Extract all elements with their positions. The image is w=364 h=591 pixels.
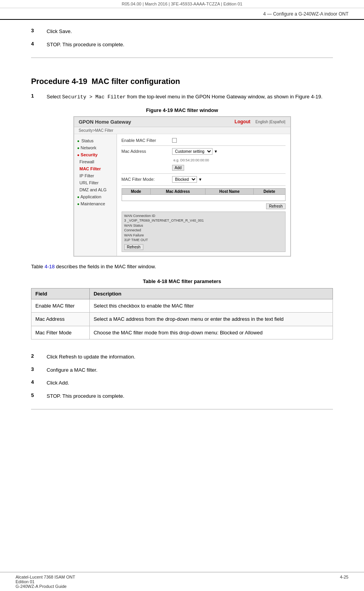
step-after-4-number: 4 xyxy=(31,379,47,385)
gw-main: Enable MAC Filter Mac Address Customer s… xyxy=(117,134,290,256)
sidebar-maintenance[interactable]: ● Maintenance xyxy=(74,200,117,207)
gw-topbar: GPON Home Gateway Logout English |Españo… xyxy=(74,117,290,127)
table-row: Mac Filter ModeChoose the MAC filter mod… xyxy=(31,326,333,339)
status-refresh-btn-container: Refresh xyxy=(124,244,283,250)
procedure-label: Procedure xyxy=(31,77,71,86)
step-after-4-text: Click Add. xyxy=(47,379,333,387)
field-cell: Mac Filter Mode xyxy=(31,326,90,339)
mac-hint-text: e.g. D0:54:20:00:00:00 xyxy=(172,157,209,162)
step-3-text: Click Save. xyxy=(47,28,333,35)
footer-edition: Edition 01 xyxy=(16,579,75,584)
mac-add-row: Add xyxy=(122,165,286,171)
field-divider-1 xyxy=(122,145,286,146)
mac-add-control: Add xyxy=(172,165,185,171)
step-4-text: STOP. This procedure is complete. xyxy=(47,41,333,49)
status-box: WAN Connection ID 3 _VOIP_TR069_INTERNET… xyxy=(122,212,286,252)
mac-address-select[interactable]: Customer setting xyxy=(172,148,212,155)
sidebar-security[interactable]: ● Security xyxy=(74,151,117,158)
section-divider-1 xyxy=(31,58,333,58)
step-after-5-number: 5 xyxy=(31,392,47,398)
gw-topbar-right: Logout English |Español| xyxy=(235,119,286,124)
field-cell: Enable MAC filter xyxy=(31,299,90,313)
table-row: Mac AddressSelect a MAC address from the… xyxy=(31,313,333,326)
step-after-3-block: 3Configure a MAC filter. xyxy=(31,366,333,374)
content-area: 3 Click Save. 4 STOP. This procedure is … xyxy=(0,28,364,409)
sidebar-mac-filter[interactable]: MAC Filter xyxy=(74,165,117,172)
sidebar-network[interactable]: ● Network xyxy=(74,144,117,151)
gw-window: GPON Home Gateway Logout English |Españo… xyxy=(74,117,291,257)
table-header-delete: Delete xyxy=(254,188,286,194)
page-footer: Alcatel-Lucent 7368 ISAM ONT Edition 01 … xyxy=(0,572,364,591)
gw-sidebar: ● Status ● Network ● Security Firewall M… xyxy=(74,134,117,256)
gw-lang[interactable]: English |Español| xyxy=(256,120,286,124)
step-after-4-block: 4Click Add. xyxy=(31,379,333,387)
mac-address-label: Mac Address xyxy=(122,149,172,154)
filter-mode-select[interactable]: Blocked xyxy=(172,176,197,183)
procedure-number: 4-19 xyxy=(71,77,87,86)
enable-mac-label: Enable MAC Filter xyxy=(122,138,172,143)
table-divider xyxy=(122,185,286,186)
enable-mac-control xyxy=(172,138,177,143)
sidebar-application[interactable]: ● Application xyxy=(74,193,117,200)
step-after-3-number: 3 xyxy=(31,366,47,372)
add-button[interactable]: Add xyxy=(172,165,185,171)
step-after-2-block: 2Click Refresh to update the information… xyxy=(31,353,333,361)
step-after-3-text: Configure a MAC filter. xyxy=(47,366,333,374)
step-after-5-text: STOP. This procedure is complete. xyxy=(47,392,333,400)
section-divider-2 xyxy=(31,409,333,409)
step-after-2-text: Click Refresh to update the information. xyxy=(47,353,333,361)
refresh-row: Refresh xyxy=(122,203,286,209)
status-line-1: WAN Connection ID xyxy=(124,213,283,219)
step-3-block: 3 Click Save. xyxy=(31,28,333,35)
step-1-block: 1 Select Security > Mac Filter from the … xyxy=(31,93,333,101)
status-line-5: WAN Failure xyxy=(124,233,283,238)
description-cell: Select this checkbox to enable the MAC f… xyxy=(89,299,333,313)
table-header-row: Field Description xyxy=(31,288,333,299)
procedure-heading: Procedure 4-19 MAC filter configuration xyxy=(31,77,333,86)
gw-title: GPON Home Gateway xyxy=(79,119,131,125)
figure-caption: Figure 4-19 MAC filter window xyxy=(31,107,333,113)
col-description: Description xyxy=(89,288,333,299)
status-line-2: 3 _VOIP_TR069_INTERNET_OTHER_R_V40_001 xyxy=(124,218,283,223)
table-ref-text: Table 4-18 describes the fields in the M… xyxy=(31,263,333,271)
table-header-mac: Mac Address xyxy=(150,188,206,194)
step-4-number: 4 xyxy=(31,41,47,47)
mac-hint-row: e.g. D0:54:20:00:00:00 xyxy=(122,157,286,162)
dropdown-icon: ▼ xyxy=(214,149,218,154)
bullet-maintenance: ● xyxy=(77,202,80,206)
enable-mac-checkbox[interactable] xyxy=(172,138,177,143)
gw-body: ● Status ● Network ● Security Firewall M… xyxy=(74,134,290,256)
bullet-application: ● xyxy=(77,195,80,199)
sidebar-firewall[interactable]: Firewall xyxy=(74,158,117,165)
bullet-status: ● xyxy=(77,139,80,143)
table-caption: Table 4-18 MAC filter parameters xyxy=(31,278,333,284)
sidebar-url-filter[interactable]: URL Filter xyxy=(74,179,117,186)
mac-filter-table: Mode Mac Address Host Name Delete xyxy=(122,188,286,201)
status-line-6: 31P TIME OUT xyxy=(124,238,283,243)
refresh-button[interactable]: Refresh xyxy=(266,203,285,209)
sidebar-status[interactable]: ● Status xyxy=(74,137,117,144)
step-4-block: 4 STOP. This procedure is complete. xyxy=(31,41,333,49)
sidebar-dmz-alg[interactable]: DMZ and ALG xyxy=(74,186,117,193)
gw-breadcrumb: Security>MAC Filter xyxy=(74,127,290,134)
status-line-4: Connected xyxy=(124,228,283,233)
dropdown-icon-2: ▼ xyxy=(199,177,202,182)
figure-mac-filter: GPON Home Gateway Logout English |Españo… xyxy=(73,116,291,257)
gw-logout[interactable]: Logout xyxy=(235,119,251,124)
step-after-2-number: 2 xyxy=(31,353,47,359)
mac-address-control: Customer setting ▼ xyxy=(172,148,218,155)
bullet-network: ● xyxy=(77,146,80,150)
filter-mode-control: Blocked ▼ xyxy=(172,176,202,183)
table-ref-link[interactable]: 4-18 xyxy=(45,264,55,269)
col-field: Field xyxy=(31,288,90,299)
chapter-header: 4 — Configure a G-240WZ-A indoor ONT xyxy=(0,8,364,20)
field-cell: Mac Address xyxy=(31,313,90,326)
sidebar-ip-filter[interactable]: IP Filter xyxy=(74,172,117,179)
description-cell: Select a MAC address from the drop-down … xyxy=(89,313,333,326)
step-after-5-block: 5STOP. This procedure is complete. xyxy=(31,392,333,400)
mac-address-row: Mac Address Customer setting ▼ xyxy=(122,148,286,155)
status-refresh-button[interactable]: Refresh xyxy=(124,244,143,250)
mac-hint: e.g. D0:54:20:00:00:00 xyxy=(174,158,209,162)
chapter-header-text: 4 — Configure a G-240WZ-A indoor ONT xyxy=(263,11,348,17)
table-header-host: Host Name xyxy=(206,188,254,194)
